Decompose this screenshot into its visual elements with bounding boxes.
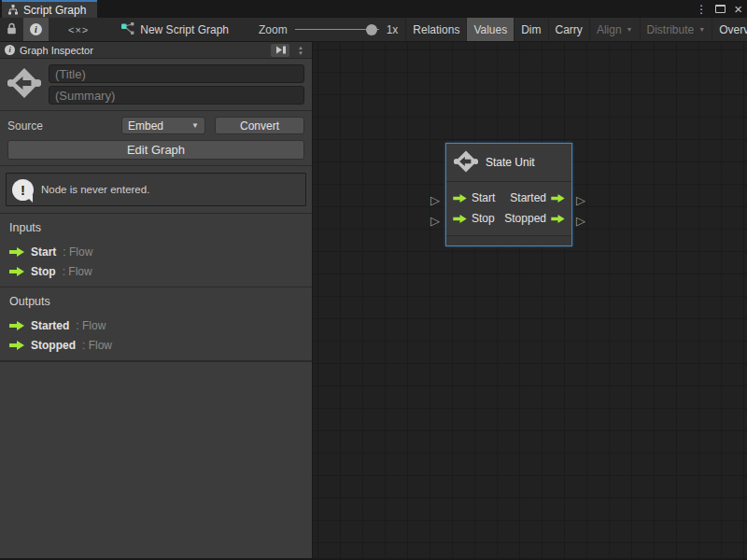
input-port-row: Start : Flow (7, 242, 304, 261)
port-name: Stopped (31, 339, 76, 352)
preview-code-button[interactable]: <×> (49, 18, 108, 42)
edit-graph-button[interactable]: Edit Graph (7, 140, 304, 160)
port-name: Start (31, 245, 56, 259)
distribute-dropdown[interactable]: Distribute ▼ (641, 18, 713, 42)
dim-label: Dim (521, 23, 541, 36)
node-title: State Unit (486, 156, 535, 169)
graph-identity-section (0, 59, 312, 111)
source-value: Embed (128, 119, 163, 133)
inputs-section: Inputs Start : Flow Stop : Flow (0, 213, 312, 287)
node-ports: Start Started Stop Stopped (446, 182, 571, 235)
relations-button[interactable]: Relations (406, 18, 467, 42)
input-port-start[interactable]: Start (453, 191, 495, 204)
chevron-down-icon: ▼ (698, 26, 705, 33)
node-footer (446, 235, 571, 245)
graph-title: New Script Graph (112, 22, 238, 37)
zoom-label: Zoom (259, 23, 288, 36)
transition-connector-icon[interactable]: ▷ (576, 215, 585, 227)
script-graph-tab-icon (7, 5, 19, 15)
panel-scroll-arrows[interactable]: ▲ ▼ (294, 45, 307, 56)
output-port-row: Started : Flow (7, 315, 304, 335)
close-icon[interactable]: × (734, 2, 742, 16)
chevron-down-icon: ▼ (191, 121, 199, 130)
state-unit-icon (7, 65, 41, 104)
port-name: Started (31, 319, 69, 332)
warning-box: ! Node is never entered. (6, 173, 306, 206)
graph-name-label: New Script Graph (140, 23, 229, 36)
flow-arrow-icon (551, 194, 565, 203)
port-name: Stop (31, 265, 56, 278)
port-type: : Flow (82, 339, 112, 352)
window-menu-icon[interactable]: ⋮ (696, 4, 707, 15)
transition-connector-icon[interactable]: ▷ (576, 194, 585, 206)
port-type: : Flow (76, 319, 106, 332)
info-icon: i (30, 23, 42, 35)
transition-connector-icon[interactable]: ▷ (430, 194, 440, 206)
zoom-slider-thumb[interactable] (366, 24, 377, 35)
node-port-row: Start Started (453, 188, 565, 208)
output-port-started[interactable]: Started (510, 191, 565, 204)
node-header[interactable]: State Unit (446, 144, 571, 182)
align-dropdown[interactable]: Align ▼ (590, 18, 641, 42)
flow-arrow-icon (9, 247, 24, 257)
dim-button[interactable]: Dim (514, 18, 548, 42)
titlebar-controls: ⋮ × (696, 0, 742, 18)
port-label: Stop (472, 212, 495, 225)
zoom-value: 1x (387, 23, 399, 36)
code-icon: <×> (55, 24, 102, 35)
port-label: Started (510, 191, 546, 204)
lock-button[interactable] (0, 18, 23, 42)
carry-button[interactable]: Carry (549, 18, 590, 42)
flow-arrow-icon (453, 215, 467, 223)
title-input[interactable] (49, 64, 304, 83)
port-type: : Flow (63, 245, 92, 259)
tab-label: Script Graph (23, 4, 86, 17)
node-graph-icon (121, 22, 134, 37)
tab-script-graph[interactable]: Script Graph (2, 0, 97, 18)
script-graph-window: Script Graph ⋮ × i <×> (0, 0, 747, 560)
output-port-stopped[interactable]: Stopped (504, 212, 565, 225)
distribute-label: Distribute (647, 23, 695, 36)
zoom-control: Zoom 1x (259, 23, 398, 36)
values-label: Values (473, 23, 507, 36)
flow-arrow-icon (9, 321, 24, 330)
transition-connector-icon[interactable]: ▷ (430, 215, 440, 227)
zoom-slider[interactable] (295, 23, 379, 36)
inputs-header: Inputs (9, 221, 304, 234)
state-unit-node[interactable]: State Unit Start Started Stop (445, 143, 572, 246)
convert-button[interactable]: Convert (215, 117, 304, 134)
graph-canvas[interactable]: ▷ ▷ ▷ ▷ State Unit (313, 42, 747, 558)
inspector-empty-area (0, 361, 312, 558)
graph-inspector-panel: i Graph Inspector ▲ ▼ (0, 42, 313, 560)
inspector-header: i Graph Inspector ▲ ▼ (0, 42, 312, 59)
outputs-section: Outputs Started : Flow Stopped : Flow (0, 287, 312, 361)
graph-toolbar: i <×> New Script Graph Zoom 1x (0, 18, 747, 42)
warning-text: Node is never entered. (41, 184, 149, 195)
port-label: Start (472, 191, 495, 204)
lock-icon (7, 22, 17, 37)
source-dropdown[interactable]: Embed ▼ (121, 117, 205, 134)
dock-panel-icon[interactable] (271, 44, 289, 57)
node-port-row: Stop Stopped (453, 208, 565, 229)
input-port-row: Stop : Flow (7, 261, 304, 281)
summary-input[interactable] (49, 86, 304, 105)
view-buttons: Relations Values Dim Carry Align ▼ Distr… (405, 18, 747, 42)
relations-label: Relations (413, 23, 459, 36)
flow-arrow-icon (9, 267, 24, 276)
align-label: Align (597, 23, 622, 36)
source-section: Source Embed ▼ Convert Edit Graph (0, 111, 312, 165)
port-type: : Flow (63, 265, 92, 278)
input-port-stop[interactable]: Stop (453, 212, 495, 225)
values-button[interactable]: Values (467, 18, 514, 42)
flow-arrow-icon (551, 215, 565, 223)
inspector-toggle-button[interactable]: i (23, 18, 49, 42)
scroll-down-icon[interactable]: ▼ (298, 50, 303, 56)
outputs-header: Outputs (9, 295, 304, 308)
inspector-title: Graph Inspector (20, 45, 93, 56)
overview-button[interactable]: Overview (712, 18, 747, 42)
carry-label: Carry (556, 23, 583, 36)
warning-icon: ! (12, 179, 34, 201)
chevron-down-icon: ▼ (627, 26, 633, 33)
maximize-icon[interactable] (715, 5, 726, 13)
port-label: Stopped (504, 212, 546, 225)
